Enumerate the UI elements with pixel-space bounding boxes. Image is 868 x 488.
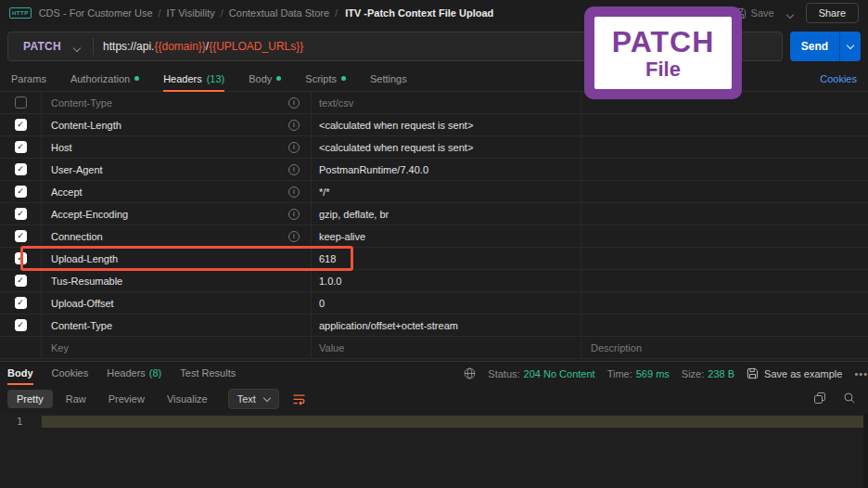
checkbox-cell[interactable] — [0, 337, 42, 358]
header-row[interactable]: Key Value Description — [0, 337, 868, 359]
header-row[interactable]: Accept-Encoding gzip, deflate, br — [0, 203, 868, 225]
header-row[interactable]: Accept */* — [0, 181, 868, 203]
response-body-editor[interactable]: 1 — [0, 413, 868, 488]
chevron-down-icon[interactable] — [74, 38, 80, 55]
send-label[interactable]: Send — [790, 32, 839, 61]
header-checkbox[interactable] — [15, 275, 27, 287]
header-description-cell[interactable] — [581, 292, 868, 314]
header-value-cell[interactable]: <calculated when request is sent> — [312, 114, 581, 135]
send-options-button[interactable] — [839, 32, 861, 61]
save-as-example-button[interactable]: Save as example — [747, 367, 842, 379]
header-key-cell[interactable]: Connection — [42, 225, 312, 247]
header-description-cell[interactable] — [581, 181, 868, 202]
header-row[interactable]: User-Agent PostmanRuntime/7.40.0 — [0, 159, 868, 181]
header-row[interactable]: Upload-Length 618 — [0, 248, 868, 270]
header-description-cell[interactable] — [581, 136, 868, 158]
request-tab[interactable]: Headers (13) — [163, 67, 224, 92]
checkbox-cell[interactable] — [0, 114, 42, 135]
header-key-cell[interactable]: Upload-Length — [42, 248, 312, 269]
header-value-cell[interactable]: 618 — [312, 248, 581, 269]
checkbox-cell[interactable] — [0, 248, 42, 269]
share-button[interactable]: Share — [806, 3, 859, 23]
header-checkbox[interactable] — [15, 96, 27, 109]
header-key-cell[interactable]: Content-Type — [42, 92, 312, 113]
header-key-cell[interactable]: Content-Type — [42, 315, 312, 336]
header-key-cell[interactable]: Host — [42, 136, 312, 158]
request-tab[interactable]: Params — [11, 67, 46, 92]
header-value-cell[interactable]: <calculated when request is sent> — [312, 136, 581, 158]
header-checkbox[interactable] — [15, 208, 27, 220]
checkbox-cell[interactable] — [0, 181, 42, 202]
request-tab[interactable]: Settings — [370, 67, 407, 92]
editor-scrollbar[interactable] — [863, 413, 868, 488]
view-tab[interactable]: Visualize — [158, 390, 217, 408]
header-row[interactable]: Host <calculated when request is sent> — [0, 136, 868, 159]
header-checkbox[interactable] — [15, 297, 27, 309]
checkbox-cell[interactable] — [0, 225, 42, 247]
checkbox-cell[interactable] — [0, 315, 42, 336]
wrap-lines-icon[interactable] — [292, 393, 306, 405]
header-checkbox[interactable] — [15, 230, 27, 242]
view-tab[interactable]: Preview — [99, 390, 154, 408]
header-description-cell[interactable] — [581, 315, 868, 336]
breadcrumb-item[interactable]: CDS - For Customer Use — [39, 7, 161, 19]
header-row[interactable]: Connection keep-alive — [0, 225, 868, 248]
checkbox-cell[interactable] — [0, 92, 42, 113]
header-row[interactable]: Content-Length <calculated when request … — [0, 114, 868, 136]
response-tab[interactable]: Headers (8) — [107, 362, 161, 385]
header-key-cell[interactable]: Accept-Encoding — [42, 203, 312, 225]
checkbox-cell[interactable] — [0, 136, 42, 158]
header-description-cell[interactable] — [581, 270, 868, 291]
header-value-cell[interactable]: gzip, deflate, br — [312, 203, 581, 225]
header-value-cell[interactable]: Value — [312, 337, 581, 358]
header-value-cell[interactable]: PostmanRuntime/7.40.0 — [312, 159, 581, 180]
header-checkbox[interactable] — [15, 319, 27, 331]
response-tab[interactable]: Body — [7, 362, 33, 385]
header-value-cell[interactable]: 0 — [312, 292, 581, 314]
header-value-cell[interactable]: application/offset+octet-stream — [312, 315, 581, 336]
request-tab[interactable]: Authorization — [70, 67, 139, 92]
copy-icon[interactable] — [814, 392, 825, 405]
header-key-cell[interactable]: Accept — [42, 181, 312, 202]
response-tab[interactable]: Test Results — [180, 362, 236, 385]
header-key-cell[interactable]: Tus-Resumable — [42, 270, 312, 291]
header-description-cell[interactable] — [581, 248, 868, 269]
send-button[interactable]: Send — [790, 32, 861, 61]
header-row[interactable]: Upload-Offset 0 — [0, 292, 868, 315]
header-key-cell[interactable]: Key — [42, 337, 312, 358]
header-checkbox[interactable] — [15, 252, 27, 264]
checkbox-cell[interactable] — [0, 203, 42, 225]
header-row[interactable]: Tus-Resumable 1.0.0 — [0, 270, 868, 292]
save-options-button[interactable] — [784, 5, 797, 21]
checkbox-cell[interactable] — [0, 270, 42, 291]
header-checkbox[interactable] — [15, 186, 27, 198]
header-checkbox[interactable] — [15, 141, 27, 153]
header-value-cell[interactable]: keep-alive — [312, 225, 581, 247]
search-icon[interactable] — [844, 392, 855, 405]
header-description-cell[interactable] — [581, 203, 868, 225]
header-value-cell[interactable]: */* — [312, 181, 581, 202]
format-select[interactable]: Text — [228, 389, 279, 409]
header-row[interactable]: Content-Type application/offset+octet-st… — [0, 315, 868, 337]
view-tab[interactable]: Pretty — [7, 390, 53, 408]
response-tab[interactable]: Cookies — [52, 362, 89, 385]
header-description-cell[interactable]: Description — [581, 337, 868, 358]
header-description-cell[interactable] — [581, 114, 868, 135]
cookies-link[interactable]: Cookies — [820, 73, 857, 84]
request-tab[interactable]: Body — [249, 67, 281, 92]
breadcrumb-item[interactable]: Contextual Data Store — [229, 7, 338, 19]
network-icon[interactable] — [464, 367, 476, 379]
request-tab[interactable]: Scripts — [305, 67, 346, 92]
breadcrumb-item[interactable]: IT Visibility — [167, 7, 223, 19]
header-checkbox[interactable] — [15, 119, 27, 131]
header-description-cell[interactable] — [581, 159, 868, 180]
checkbox-cell[interactable] — [0, 292, 42, 314]
header-key-cell[interactable]: Upload-Offset — [42, 292, 312, 314]
view-tab[interactable]: Raw — [57, 390, 96, 408]
more-options-icon[interactable] — [854, 368, 868, 379]
header-key-cell[interactable]: Content-Length — [42, 114, 312, 135]
header-value-cell[interactable]: 1.0.0 — [312, 270, 581, 291]
header-key-cell[interactable]: User-Agent — [42, 159, 312, 180]
header-checkbox[interactable] — [15, 163, 27, 175]
request-url[interactable]: https://api.{{domain}}/{{UPLOAD_URLs}} — [103, 40, 303, 53]
